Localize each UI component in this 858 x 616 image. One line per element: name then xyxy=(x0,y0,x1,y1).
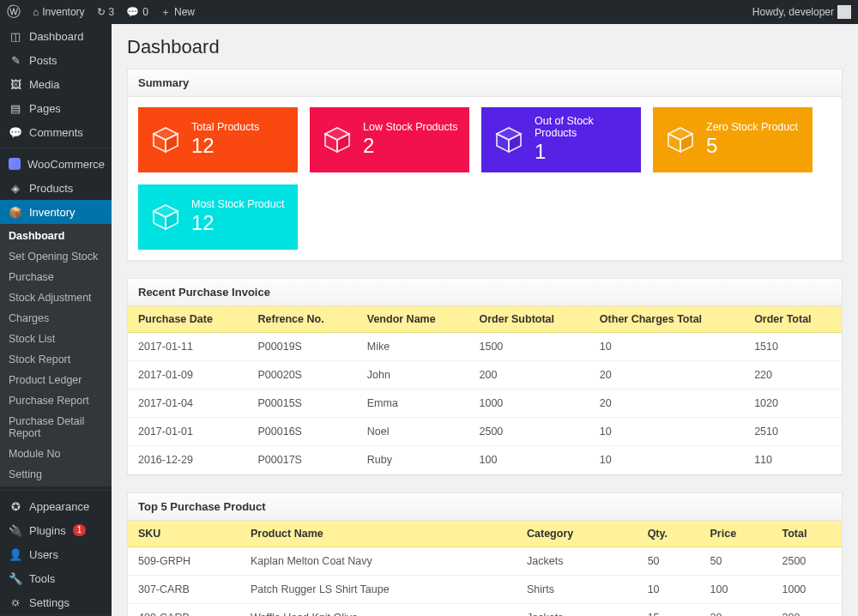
sidebar-subitem[interactable]: Setting xyxy=(0,464,112,485)
summary-heading: Summary xyxy=(128,69,842,97)
sidebar-subitem[interactable]: Product Ledger xyxy=(0,370,112,390)
sidebar-item-products[interactable]: ◈Products xyxy=(0,176,112,200)
howdy-link[interactable]: Howdy, developer xyxy=(752,5,851,19)
col-header: Purchase Date xyxy=(128,306,248,333)
sidebar-item-label: Users xyxy=(29,548,58,561)
admin-sidebar: ◫Dashboard✎Posts🖾Media▤Pages💬Comments Wo… xyxy=(0,24,112,616)
cell: Jackets xyxy=(517,604,637,617)
summary-card[interactable]: Zero Stock Product 5 xyxy=(653,107,813,172)
table-row: 2017-01-09P00020SJohn20020220 xyxy=(128,361,842,390)
cell: 409-CARB xyxy=(128,604,240,617)
cell: Patch Rugger LS Shirt Taupe xyxy=(240,576,517,604)
cell: 10 xyxy=(589,418,744,446)
sidebar-item-label: Media xyxy=(29,78,59,91)
media-icon: 🖾 xyxy=(9,77,22,91)
table-row: 2017-01-11P00019SMike1500101510 xyxy=(128,333,842,361)
cell: 2017-01-01 xyxy=(128,418,248,446)
comment-icon: 💬 xyxy=(126,6,139,18)
col-header: Order Subtotal xyxy=(469,306,589,333)
sidebar-item-woocommerce[interactable]: WooCommerce xyxy=(0,152,112,176)
cell: 220 xyxy=(744,361,842,390)
cell: P00020S xyxy=(248,361,357,390)
cell: 50 xyxy=(637,547,700,576)
cell: 10 xyxy=(589,333,744,361)
summary-card[interactable]: Total Products 12 xyxy=(138,107,298,172)
badge: 1 xyxy=(73,524,87,536)
card-label: Out of Stock Products xyxy=(535,116,631,140)
sidebar-subitem[interactable]: Stock List xyxy=(0,329,112,349)
cell: Shirts xyxy=(517,576,637,604)
cube-icon xyxy=(492,123,526,157)
updates-link[interactable]: ↻3 xyxy=(97,6,115,18)
sidebar-item-label: Inventory xyxy=(29,206,75,219)
cell: 200 xyxy=(469,361,589,390)
cell: 20 xyxy=(589,361,744,390)
card-label: Total Products xyxy=(191,122,259,134)
cell: 20 xyxy=(589,390,744,418)
col-header: Vendor Name xyxy=(357,306,469,333)
wp-logo[interactable]: ⓦ xyxy=(7,3,21,21)
sidebar-item-settings[interactable]: ⛭Settings xyxy=(0,590,112,614)
sidebar-subitem[interactable]: Dashboard xyxy=(0,226,112,246)
col-header: Price xyxy=(700,521,772,547)
cell: P00015S xyxy=(248,390,357,418)
comments-link[interactable]: 💬0 xyxy=(126,6,148,18)
cell: 2017-01-04 xyxy=(128,390,248,418)
sidebar-item-label: Dashboard xyxy=(29,30,84,43)
cell: 15 xyxy=(637,604,700,617)
sidebar-item-media[interactable]: 🖾Media xyxy=(0,72,112,96)
card-label: Zero Stock Product xyxy=(706,122,798,134)
sidebar-item-posts[interactable]: ✎Posts xyxy=(0,48,112,72)
col-header: Other Charges Total xyxy=(589,306,744,333)
sidebar-item-comments[interactable]: 💬Comments xyxy=(0,120,112,144)
sidebar-subitem[interactable]: Charges xyxy=(0,308,112,329)
cell: 1000 xyxy=(469,390,589,418)
sidebar-subitem[interactable]: Purchase Report xyxy=(0,390,112,411)
sidebar-subitem[interactable]: Stock Adjustment xyxy=(0,287,112,308)
products-icon: ◈ xyxy=(9,181,22,195)
cell: 2016-12-29 xyxy=(128,446,248,474)
cube-icon xyxy=(320,123,354,157)
sidebar-subitem[interactable]: Purchase xyxy=(0,267,112,287)
sidebar-item-label: Comments xyxy=(29,126,83,139)
sidebar-item-pages[interactable]: ▤Pages xyxy=(0,96,112,120)
card-label: Most Stock Product xyxy=(191,199,284,211)
sidebar-subitem[interactable]: Module No xyxy=(0,444,112,464)
cell: P00017S xyxy=(248,446,357,474)
col-header: Category xyxy=(517,521,637,547)
cell: 10 xyxy=(637,576,700,604)
sidebar-item-label: Products xyxy=(29,182,73,195)
summary-card[interactable]: Low Stock Products 2 xyxy=(310,107,469,172)
table-row: 2017-01-01P00016SNoel2500102510 xyxy=(128,418,842,446)
summary-card[interactable]: Out of Stock Products 1 xyxy=(481,107,641,172)
cell: Waffle Hood Knit Olive xyxy=(240,604,517,617)
summary-card[interactable]: Most Stock Product 12 xyxy=(138,184,298,250)
cell: 2500 xyxy=(772,547,842,576)
sidebar-item-tools[interactable]: 🔧Tools xyxy=(0,566,112,590)
sidebar-item-inventory[interactable]: 📦Inventory xyxy=(0,200,112,224)
sidebar-subitem[interactable]: Set Opening Stock xyxy=(0,246,112,267)
cell: 100 xyxy=(469,446,589,474)
cell: P00019S xyxy=(248,333,357,361)
sidebar-item-appearance[interactable]: ✪Appearance xyxy=(0,494,112,518)
sidebar-subitem[interactable]: Purchase Detail Report xyxy=(0,411,112,444)
card-value: 1 xyxy=(535,140,631,164)
woocommerce-icon xyxy=(9,157,21,171)
sidebar-item-label: Plugins xyxy=(29,524,66,537)
comments-icon: 💬 xyxy=(9,125,22,139)
refresh-icon: ↻ xyxy=(97,6,106,18)
posts-icon: ✎ xyxy=(9,53,22,67)
new-link[interactable]: ＋New xyxy=(160,5,195,20)
tools-icon: 🔧 xyxy=(9,571,22,585)
sidebar-item-dashboard[interactable]: ◫Dashboard xyxy=(0,24,112,48)
cube-icon xyxy=(148,200,183,234)
site-link[interactable]: ⌂Inventory xyxy=(33,6,85,18)
sidebar-item-plugins[interactable]: 🔌Plugins1 xyxy=(0,518,112,542)
cell: P00016S xyxy=(248,418,357,446)
cell: 20 xyxy=(700,604,772,617)
sidebar-item-users[interactable]: 👤Users xyxy=(0,542,112,566)
cell: 1000 xyxy=(772,576,842,604)
page-title: Dashboard xyxy=(127,36,843,58)
table-row: 409-CARBWaffle Hood Knit OliveJackets152… xyxy=(128,604,842,617)
sidebar-subitem[interactable]: Stock Report xyxy=(0,349,112,370)
